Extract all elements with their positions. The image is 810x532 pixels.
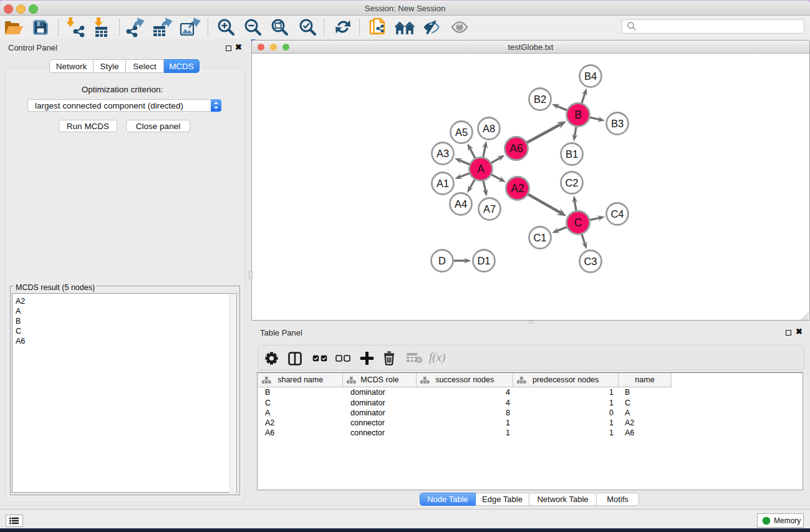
svg-text:A3: A3 <box>436 148 449 159</box>
svg-text:C4: C4 <box>610 208 624 220</box>
svg-text:D: D <box>438 255 446 266</box>
svg-text:A7: A7 <box>483 203 496 215</box>
svg-text:A8: A8 <box>483 123 495 134</box>
svg-text:A4: A4 <box>455 198 467 210</box>
svg-text:C1: C1 <box>533 232 546 243</box>
svg-text:B3: B3 <box>611 118 624 129</box>
svg-text:B2: B2 <box>534 94 546 105</box>
svg-text:C: C <box>574 216 582 229</box>
svg-text:B: B <box>574 109 582 121</box>
svg-text:B4: B4 <box>584 70 597 82</box>
svg-text:A: A <box>477 163 485 175</box>
svg-text:A1: A1 <box>436 178 449 189</box>
svg-text:C2: C2 <box>565 177 578 188</box>
svg-text:D1: D1 <box>477 255 490 266</box>
svg-text:A5: A5 <box>455 127 468 138</box>
svg-text:B1: B1 <box>566 148 578 160</box>
svg-text:A2: A2 <box>511 182 524 195</box>
svg-text:f(x): f(x) <box>429 351 445 364</box>
svg-text:A6: A6 <box>509 142 523 155</box>
svg-text:C3: C3 <box>584 256 597 267</box>
